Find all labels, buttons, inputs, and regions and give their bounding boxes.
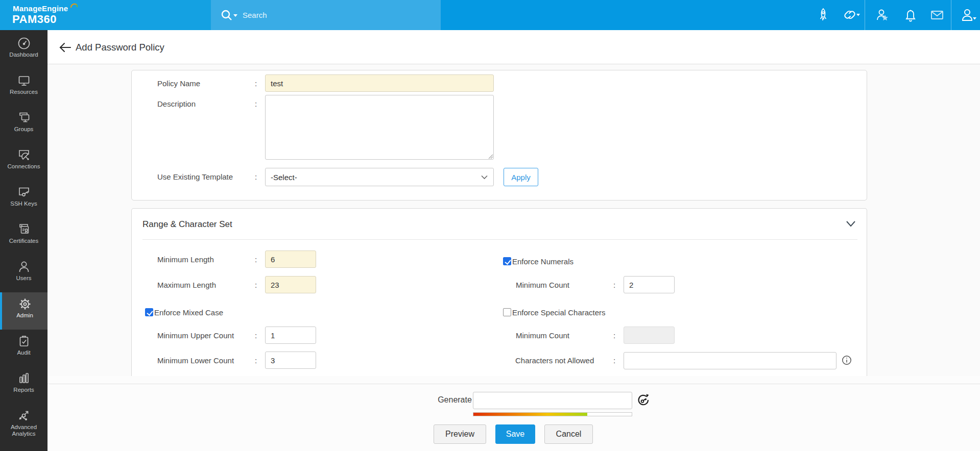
password-strength-meter: [473, 412, 632, 416]
description-label: Description: [157, 99, 196, 108]
colon: :: [255, 356, 257, 365]
sidebar-item-label: Connections: [0, 163, 47, 170]
link-icon[interactable]: [843, 7, 858, 22]
special-minimum-count-label: Minimum Count: [516, 331, 569, 340]
range-character-set-card: Range & Character Set Minimum Length : M…: [131, 208, 867, 376]
certificate-icon: [17, 222, 31, 237]
sidebar-item-label: Reports: [0, 387, 47, 393]
collapse-chevron-icon[interactable]: [846, 220, 856, 228]
sidebar-item-label: Advanced Analytics: [0, 424, 47, 437]
colon: :: [255, 99, 257, 108]
maximum-length-label: Maximum Length: [157, 281, 216, 289]
save-button[interactable]: Save: [495, 424, 535, 444]
sidebar-item-groups[interactable]: Groups: [0, 106, 47, 143]
sidebar-item-connections[interactable]: Connections: [0, 143, 47, 181]
info-icon[interactable]: [842, 355, 852, 365]
colon: :: [613, 331, 615, 340]
maximum-length-input[interactable]: [265, 276, 316, 293]
sidebar-item-label: Dashboard: [0, 52, 47, 58]
minimum-length-input[interactable]: [265, 250, 316, 268]
divider: [142, 239, 857, 240]
sidebar-item-label: Audit: [0, 349, 47, 356]
special-minimum-count-input: [624, 327, 675, 344]
minimum-lower-count-input[interactable]: [265, 352, 316, 369]
enforce-numerals-label: Enforce Numerals: [512, 257, 573, 266]
colon: :: [255, 172, 257, 181]
generate-password-input[interactable]: [473, 392, 632, 409]
characters-not-allowed-input[interactable]: [624, 352, 836, 369]
sidebar-item-admin[interactable]: Admin: [0, 292, 47, 330]
back-arrow-icon[interactable]: [59, 41, 72, 54]
sidebar-item-label: Users: [0, 275, 47, 282]
app-header: ManageEngine PAM360: [0, 0, 980, 30]
footer-action-bar: Generate Password: Preview Save Cancel: [47, 376, 980, 451]
use-existing-template-label: Use Existing Template: [157, 172, 233, 181]
policy-name-label: Policy Name: [157, 79, 200, 88]
template-select[interactable]: -Select-: [265, 168, 494, 186]
search-icon: [222, 11, 231, 20]
gear-icon: [18, 297, 32, 311]
enforce-special-characters-label: Enforce Special Characters: [512, 308, 606, 317]
colon: :: [255, 281, 257, 289]
minimum-upper-count-input[interactable]: [265, 327, 316, 344]
search-bar: [211, 0, 441, 30]
divider: [47, 384, 980, 384]
generate-password-icon[interactable]: [636, 393, 651, 407]
sidebar-item-audit[interactable]: Audit: [0, 330, 47, 367]
chevron-down-icon: [856, 14, 860, 16]
password-strength-fill: [473, 413, 587, 416]
brand-swoosh-icon: [69, 3, 79, 11]
cancel-button[interactable]: Cancel: [544, 424, 593, 444]
monitor-icon: [17, 73, 31, 88]
chevron-down-icon: [233, 14, 237, 17]
search-scope-dropdown[interactable]: [219, 8, 240, 23]
apply-button[interactable]: Apply: [504, 168, 538, 186]
minimum-length-label: Minimum Length: [157, 255, 214, 264]
enforce-numerals-checkbox[interactable]: [503, 257, 511, 265]
page-title-bar: Add Password Policy: [47, 30, 980, 64]
enforce-special-characters-checkbox[interactable]: [503, 308, 511, 316]
colon: :: [255, 331, 257, 340]
description-textarea[interactable]: [265, 95, 494, 160]
enforce-mixed-case-label: Enforce Mixed Case: [154, 308, 223, 317]
user-menu-icon[interactable]: [960, 7, 975, 22]
header-separator: [951, 0, 951, 30]
numerals-minimum-count-input[interactable]: [624, 276, 675, 293]
page-title: Add Password Policy: [76, 42, 164, 53]
ssh-key-icon: [17, 185, 31, 199]
preview-button[interactable]: Preview: [434, 424, 486, 444]
policy-name-input[interactable]: [265, 74, 494, 92]
rocket-icon[interactable]: [816, 7, 831, 22]
bell-icon[interactable]: [903, 7, 919, 22]
sidebar-item-advanced-analytics[interactable]: Advanced Analytics: [0, 404, 47, 441]
sidebar-item-users[interactable]: Users: [0, 255, 47, 292]
sidebar-item-label: Admin: [2, 312, 47, 319]
reports-icon: [17, 371, 31, 386]
product-name: PAM360: [12, 13, 57, 26]
section-title: Range & Character Set: [142, 219, 232, 230]
sidebar-item-label: Certificates: [0, 238, 47, 244]
enforce-mixed-case-checkbox[interactable]: [145, 308, 153, 316]
sidebar-item-certificates[interactable]: Certificates: [0, 218, 47, 255]
user-icon: [17, 260, 31, 274]
audit-icon: [17, 334, 31, 348]
analytics-icon: [17, 409, 31, 423]
sidebar-item-label: SSH Keys: [0, 201, 47, 207]
sidebar-item-reports[interactable]: Reports: [0, 367, 47, 404]
mail-icon[interactable]: [929, 7, 945, 22]
numerals-minimum-count-label: Minimum Count: [516, 281, 569, 289]
sidebar-item-ssh-keys[interactable]: SSH Keys: [0, 181, 47, 218]
remote-connection-icon: [17, 148, 31, 162]
colon: :: [255, 255, 257, 264]
sidebar-item-label: Groups: [0, 126, 47, 133]
header-separator: [865, 0, 865, 30]
user-star-icon[interactable]: [874, 7, 890, 22]
colon: :: [613, 281, 615, 289]
chevron-down-icon: [973, 17, 976, 20]
search-input[interactable]: [243, 6, 432, 23]
sidebar-item-dashboard[interactable]: Dashboard: [0, 32, 47, 69]
sidebar-item-resources[interactable]: Resources: [0, 69, 47, 106]
gauge-icon: [17, 36, 31, 51]
sidebar-nav: Dashboard Resources Groups Connections: [0, 30, 47, 451]
colon: :: [613, 356, 615, 365]
